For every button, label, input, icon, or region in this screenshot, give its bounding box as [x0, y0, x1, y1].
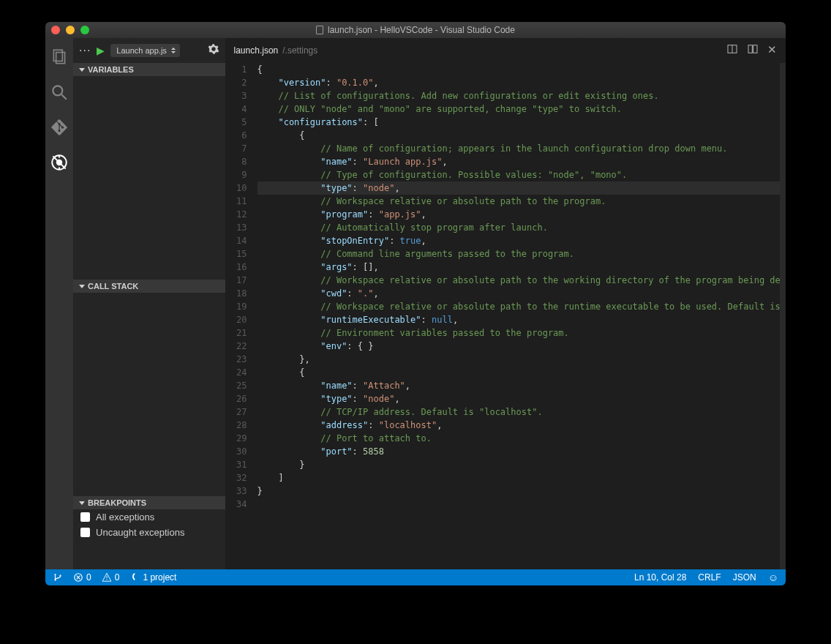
close-tab-icon[interactable]: ✕: [767, 43, 777, 58]
breakpoints-body: All exceptionsUncaught exceptions: [73, 509, 225, 540]
launch-config-dropdown[interactable]: Launch app.js: [110, 44, 180, 57]
minimap[interactable]: [780, 63, 786, 569]
start-debug-button[interactable]: ▶: [97, 45, 105, 56]
file-icon: [316, 26, 323, 34]
caret-down-icon: [79, 68, 85, 72]
activity-bar: [45, 38, 73, 569]
svg-point-2: [53, 86, 62, 95]
breakpoint-label: Uncaught exceptions: [96, 527, 184, 538]
tab-bar: launch.json /.settings ✕: [225, 38, 786, 63]
layout-icon[interactable]: [747, 43, 759, 58]
svg-line-3: [61, 94, 67, 100]
svg-rect-1: [56, 53, 65, 64]
debug-side-panel: ··· ▶ Launch app.js VARIABLES CALL STACK…: [73, 38, 225, 569]
git-branch-status[interactable]: [53, 572, 63, 583]
eol-indicator[interactable]: CRLF: [698, 572, 721, 583]
svg-rect-13: [748, 45, 752, 53]
checkbox[interactable]: [80, 512, 90, 522]
debug-icon[interactable]: [49, 152, 69, 173]
callstack-section-header[interactable]: CALL STACK: [73, 280, 225, 293]
svg-point-6: [57, 160, 62, 165]
section-label: BREAKPOINTS: [88, 498, 146, 507]
section-label: VARIABLES: [88, 65, 134, 74]
language-mode[interactable]: JSON: [733, 572, 756, 583]
svg-point-15: [54, 574, 56, 575]
breakpoint-item[interactable]: All exceptions: [73, 509, 225, 525]
settings-gear-icon[interactable]: [208, 43, 219, 58]
callstack-body: [73, 293, 225, 496]
code-editor[interactable]: 1234567891011121314151617181920212223242…: [225, 63, 786, 569]
projects-status[interactable]: 1 project: [129, 572, 176, 583]
warnings-count[interactable]: 0: [102, 572, 120, 583]
search-icon[interactable]: [49, 82, 69, 102]
variables-body: [73, 76, 225, 280]
variables-section-header[interactable]: VARIABLES: [73, 63, 225, 76]
svg-rect-14: [753, 45, 757, 53]
svg-rect-0: [53, 50, 62, 61]
editor-area: launch.json /.settings ✕ 123456789101112…: [225, 38, 786, 569]
breakpoint-label: All exceptions: [96, 512, 154, 523]
split-editor-icon[interactable]: [726, 43, 738, 58]
checkbox[interactable]: [80, 528, 90, 537]
feedback-smile-icon[interactable]: ☺: [768, 572, 778, 583]
errors-count[interactable]: 0: [73, 572, 91, 583]
caret-down-icon: [79, 285, 85, 288]
titlebar: launch.json - HelloVSCode - Visual Studi…: [45, 22, 786, 38]
cursor-position[interactable]: Ln 10, Col 28: [634, 572, 686, 583]
section-label: CALL STACK: [88, 282, 138, 291]
explorer-icon[interactable]: [49, 47, 69, 67]
status-bar: 0 0 1 project Ln 10, Col 28 CRLF JSON ☺: [45, 569, 786, 585]
debug-toolbar: ··· ▶ Launch app.js: [73, 38, 225, 63]
breakpoint-item[interactable]: Uncaught exceptions: [73, 525, 225, 540]
caret-down-icon: [79, 501, 85, 505]
svg-point-17: [59, 575, 61, 577]
git-icon[interactable]: [49, 117, 69, 138]
app-window: launch.json - HelloVSCode - Visual Studi…: [45, 22, 786, 585]
window-title: launch.json - HelloVSCode - Visual Studi…: [328, 25, 515, 35]
active-tab-path: /.settings: [282, 45, 317, 56]
active-tab-filename[interactable]: launch.json: [234, 45, 279, 56]
breakpoints-section-header[interactable]: BREAKPOINTS: [73, 496, 225, 509]
more-button[interactable]: ···: [79, 44, 91, 57]
